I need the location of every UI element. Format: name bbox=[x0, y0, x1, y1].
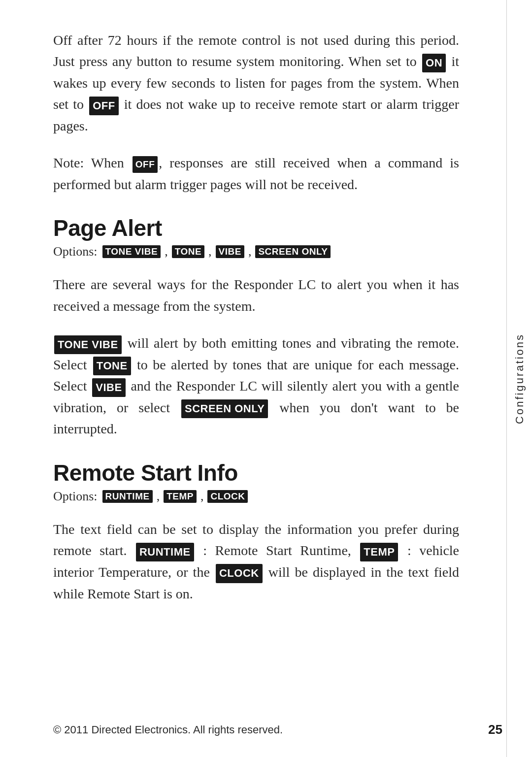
footer: © 2011 Directed Electronics. All rights … bbox=[53, 722, 502, 737]
intro-text-1: Off after 72 hours if the remote control… bbox=[53, 33, 459, 69]
temp-option: TEMP bbox=[164, 490, 197, 503]
page-alert-heading: Page Alert bbox=[53, 215, 459, 241]
runtime-option: RUNTIME bbox=[102, 490, 153, 503]
footer-page-number: 25 bbox=[488, 722, 502, 737]
runtime-badge: RUNTIME bbox=[136, 543, 194, 561]
sep-3: , bbox=[248, 244, 252, 259]
vibe-badge: VIBE bbox=[92, 378, 125, 397]
note-prefix: Note: When bbox=[53, 155, 124, 170]
tone-badge: TONE bbox=[93, 357, 131, 375]
tone-vibe-badge: TONE VIBE bbox=[54, 335, 122, 354]
remote-start-heading: Remote Start Info bbox=[53, 460, 459, 486]
on-badge: ON bbox=[422, 54, 446, 72]
tone-option: TONE bbox=[172, 245, 204, 258]
main-content: Off after 72 hours if the remote control… bbox=[53, 30, 459, 604]
remote-start-options: Options: RUNTIME, TEMP, CLOCK bbox=[53, 489, 459, 504]
screen-only-badge: SCREEN ONLY bbox=[181, 399, 268, 418]
footer-copyright: © 2011 Directed Electronics. All rights … bbox=[53, 724, 283, 736]
page-alert-text-1: There are several ways for the Responder… bbox=[53, 274, 459, 317]
intro-paragraph: Off after 72 hours if the remote control… bbox=[53, 30, 459, 136]
sep-2: , bbox=[208, 244, 212, 259]
sep-1: , bbox=[165, 244, 168, 259]
sidebar-label: Configurations bbox=[513, 333, 526, 424]
remote-start-text: The text field can be set to display the… bbox=[53, 519, 459, 604]
temp-badge: TEMP bbox=[360, 543, 398, 561]
remote-start-options-label: Options: bbox=[53, 489, 98, 504]
remote-start-text-2a: : Remote Start Runtime, bbox=[203, 543, 351, 558]
page-container: Off after 72 hours if the remote control… bbox=[0, 0, 532, 757]
remote-start-section: Remote Start Info Options: RUNTIME, TEMP… bbox=[53, 460, 459, 604]
sep-4: , bbox=[157, 489, 160, 504]
sidebar: Configurations bbox=[506, 0, 532, 757]
note-off-badge: OFF bbox=[133, 156, 158, 172]
off-badge-1: OFF bbox=[89, 97, 119, 115]
page-alert-section: Page Alert Options: TONE VIBE, TONE, VIB… bbox=[53, 215, 459, 440]
page-alert-options: Options: TONE VIBE, TONE, VIBE, SCREEN O… bbox=[53, 244, 459, 259]
vibe-option: VIBE bbox=[216, 245, 244, 258]
sep-5: , bbox=[200, 489, 204, 504]
clock-badge: CLOCK bbox=[216, 564, 263, 583]
tone-vibe-option: TONE VIBE bbox=[102, 245, 161, 258]
note-paragraph: Note: When OFF, responses are still rece… bbox=[53, 152, 459, 195]
clock-option: CLOCK bbox=[207, 490, 248, 503]
page-alert-options-label: Options: bbox=[53, 244, 98, 259]
screen-only-option: SCREEN ONLY bbox=[255, 245, 331, 258]
page-alert-text-2: TONE VIBE will alert by both emitting to… bbox=[53, 332, 459, 440]
